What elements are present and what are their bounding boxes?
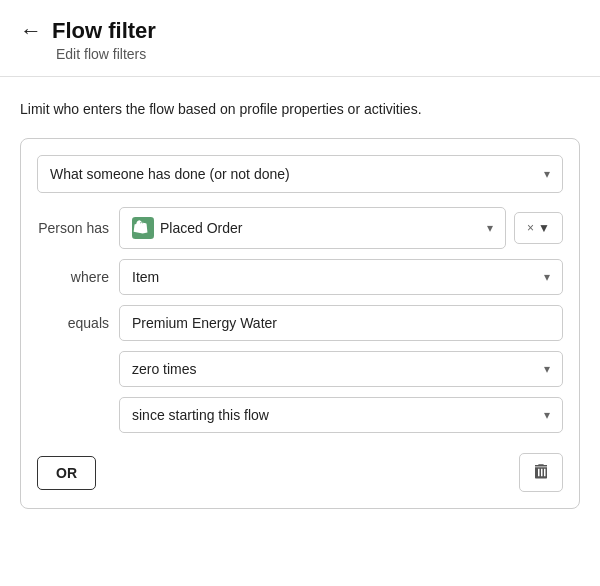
back-button[interactable]: ← xyxy=(20,20,42,42)
card-footer: OR xyxy=(37,449,563,492)
zero-times-value: zero times xyxy=(132,361,197,377)
where-chevron-icon: ▾ xyxy=(544,270,550,284)
description-text: Limit who enters the flow based on profi… xyxy=(20,99,580,120)
zero-times-row: zero times ▾ xyxy=(37,351,563,387)
shopify-icon xyxy=(132,217,154,239)
person-has-dropdown[interactable]: Placed Order ▾ xyxy=(119,207,506,249)
where-label: where xyxy=(37,269,109,285)
since-dropdown[interactable]: since starting this flow ▾ xyxy=(119,397,563,433)
equals-row: equals xyxy=(37,305,563,341)
placed-order-chevron-icon: ▾ xyxy=(487,221,493,235)
top-condition-dropdown[interactable]: What someone has done (or not done) ▾ xyxy=(37,155,563,193)
zero-times-dropdown[interactable]: zero times ▾ xyxy=(119,351,563,387)
filter-rows: Person has Placed Order ▾ xyxy=(37,207,563,433)
where-row: where Item ▾ xyxy=(37,259,563,295)
since-chevron-icon: ▾ xyxy=(544,408,550,422)
since-value: since starting this flow xyxy=(132,407,269,423)
top-condition-chevron-icon: ▾ xyxy=(544,167,550,181)
since-row: since starting this flow ▾ xyxy=(37,397,563,433)
equals-input[interactable] xyxy=(119,305,563,341)
delete-button[interactable] xyxy=(519,453,563,492)
filter-clear-button[interactable]: × ▼ xyxy=(514,212,563,244)
filter-funnel-icon: ▼ xyxy=(538,221,550,235)
main-content: Limit who enters the flow based on profi… xyxy=(0,77,600,529)
page-title: Flow filter xyxy=(52,18,156,44)
zero-times-chevron-icon: ▾ xyxy=(544,362,550,376)
or-button[interactable]: OR xyxy=(37,456,96,490)
person-has-row: Person has Placed Order ▾ xyxy=(37,207,563,249)
where-dropdown-value: Item xyxy=(132,269,159,285)
filter-card: What someone has done (or not done) ▾ Pe… xyxy=(20,138,580,509)
filter-x-icon: × xyxy=(527,221,534,235)
page-header: ← Flow filter Edit flow filters xyxy=(0,0,600,77)
person-has-label: Person has xyxy=(37,220,109,236)
placed-order-label: Placed Order xyxy=(160,220,242,236)
equals-label: equals xyxy=(37,315,109,331)
where-dropdown[interactable]: Item ▾ xyxy=(119,259,563,295)
top-condition-label: What someone has done (or not done) xyxy=(50,166,290,182)
page-subtitle: Edit flow filters xyxy=(56,46,580,62)
trash-icon xyxy=(532,462,550,483)
